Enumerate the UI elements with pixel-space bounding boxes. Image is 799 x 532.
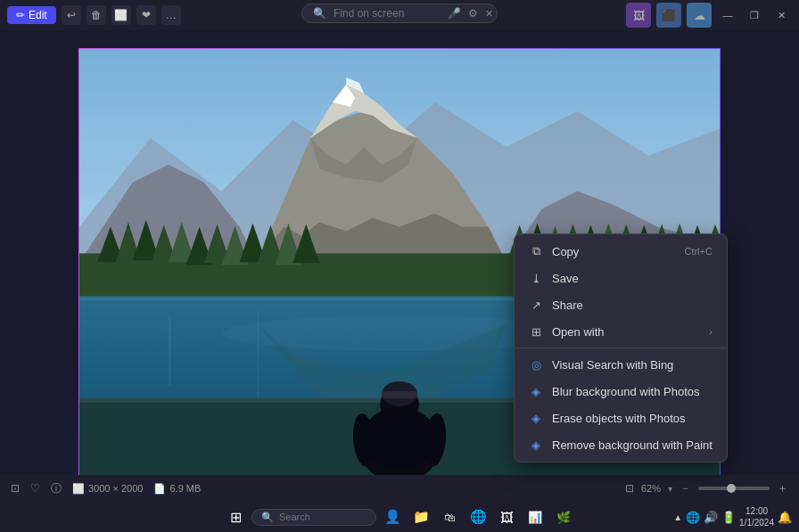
mic-icon: 🎤 bbox=[448, 7, 461, 20]
favorite-status[interactable]: ♡ bbox=[30, 482, 40, 495]
taskbar-search-icon: 🔍 bbox=[261, 512, 274, 523]
taskbar-store-icon[interactable]: 🛍 bbox=[437, 504, 462, 529]
open-with-icon: ⊞ bbox=[529, 324, 543, 339]
more-options-button[interactable]: … bbox=[161, 5, 181, 25]
start-button[interactable]: ⊞ bbox=[223, 504, 248, 529]
cloud-icon[interactable]: ☁ bbox=[687, 3, 712, 28]
zoom-percentage: 62% bbox=[641, 483, 661, 494]
title-bar-right: 🖼 ⬛ ☁ — ❐ ✕ bbox=[626, 3, 792, 28]
copy-icon: ⧉ bbox=[529, 244, 543, 258]
svg-rect-39 bbox=[257, 311, 259, 400]
clock-time: 12:00 bbox=[739, 505, 774, 517]
zoom-out-icon[interactable]: － bbox=[680, 480, 691, 496]
title-bar-left: ✏ Edit ↩ 🗑 ⬜ ❤ … bbox=[7, 5, 181, 25]
share-label: Share bbox=[552, 299, 713, 312]
notification-icon[interactable]: 🔔 bbox=[778, 511, 792, 524]
crop-button[interactable]: ⊡ bbox=[625, 482, 634, 495]
copy-button-title[interactable]: ⬜ bbox=[111, 5, 131, 25]
info-button[interactable]: ⓘ bbox=[51, 481, 62, 496]
slideshow-button[interactable]: ⊡ bbox=[11, 482, 20, 495]
taskbar-search-input[interactable] bbox=[279, 512, 359, 522]
pencil-icon: ✏ bbox=[16, 9, 25, 21]
zoom-dropdown-icon[interactable]: ▾ bbox=[668, 484, 672, 494]
blur-bg-label: Blur background with Photos bbox=[552, 385, 713, 398]
search-input[interactable] bbox=[334, 7, 441, 20]
filesize-text: 6.9 MB bbox=[169, 483, 201, 494]
taskbar-app2-icon[interactable]: 🌿 bbox=[551, 504, 576, 529]
context-menu-blur-bg[interactable]: ◈ Blur background with Photos bbox=[515, 378, 727, 405]
taskbar-center: ⊞ 🔍 👤 📁 🛍 🌐 🖼 📊 🌿 bbox=[223, 504, 576, 529]
taskbar-files-icon[interactable]: 📁 bbox=[408, 504, 433, 529]
system-tray: ▲ 🌐 🔊 🔋 bbox=[673, 511, 736, 524]
svg-rect-38 bbox=[169, 315, 171, 387]
search-icon: 🔍 bbox=[313, 7, 326, 20]
remove-bg-label: Remove background with Paint bbox=[552, 438, 713, 452]
zoom-in-icon[interactable]: ＋ bbox=[777, 480, 788, 496]
gallery-icon[interactable]: ⬛ bbox=[656, 3, 681, 28]
delete-button[interactable]: 🗑 bbox=[86, 5, 106, 25]
context-menu-open-with[interactable]: ⊞ Open with › bbox=[515, 318, 727, 345]
context-menu-copy[interactable]: ⧉ Copy Ctrl+C bbox=[515, 238, 727, 265]
context-menu-visual-search[interactable]: ◎ Visual Search with Bing bbox=[515, 351, 727, 378]
taskbar-people-icon[interactable]: 👤 bbox=[380, 504, 405, 529]
filesize-icon: 📄 bbox=[153, 483, 166, 495]
zoom-slider[interactable] bbox=[698, 487, 770, 490]
speaker-icon[interactable]: 🔊 bbox=[704, 511, 718, 524]
visual-search-label: Visual Search with Bing bbox=[552, 358, 713, 372]
taskbar: ⊞ 🔍 👤 📁 🛍 🌐 🖼 📊 🌿 ▲ 🌐 🔊 🔋 12:00 1/1/2024… bbox=[0, 502, 799, 532]
info-icon: ⓘ bbox=[51, 481, 62, 496]
submenu-arrow: › bbox=[709, 326, 713, 337]
network-icon[interactable]: 🌐 bbox=[686, 511, 700, 524]
context-menu-remove-bg[interactable]: ◈ Remove background with Paint bbox=[515, 431, 727, 458]
share-icon: ↗ bbox=[529, 298, 543, 312]
context-menu-share[interactable]: ↗ Share bbox=[515, 291, 727, 318]
context-menu-erase-objects[interactable]: ◈ Erase objects with Photos bbox=[515, 405, 727, 431]
svg-rect-48 bbox=[382, 390, 417, 397]
maximize-button[interactable]: ❐ bbox=[744, 4, 765, 26]
save-icon: ⤓ bbox=[529, 271, 543, 285]
taskbar-app1-icon[interactable]: 📊 bbox=[523, 504, 548, 529]
dimensions-icon: ⬜ bbox=[72, 483, 85, 495]
taskbar-photos-icon[interactable]: 🖼 bbox=[494, 504, 519, 529]
clock-date: 1/1/2024 bbox=[739, 517, 774, 528]
paint-icon: ◈ bbox=[529, 438, 543, 452]
filesize-display: 📄 6.9 MB bbox=[153, 483, 201, 495]
taskbar-edge-icon[interactable]: 🌐 bbox=[465, 504, 490, 529]
close-search-icon[interactable]: ✕ bbox=[485, 8, 493, 20]
main-content: ⧉ Copy Ctrl+C ⤓ Save ↗ Share ⊞ Open with… bbox=[0, 30, 799, 502]
status-right: ⊡ 62% ▾ － ＋ bbox=[625, 480, 788, 496]
tray-arrow-icon[interactable]: ▲ bbox=[673, 512, 682, 522]
bing-icon: ◎ bbox=[529, 357, 543, 372]
erase-icon: ◈ bbox=[529, 411, 543, 425]
blur-icon: ◈ bbox=[529, 384, 543, 398]
dimensions-text: 3000 × 2000 bbox=[88, 483, 143, 494]
edit-button[interactable]: ✏ Edit bbox=[7, 6, 56, 24]
taskbar-right: ▲ 🌐 🔊 🔋 12:00 1/1/2024 🔔 bbox=[673, 505, 792, 528]
save-label: Save bbox=[552, 272, 713, 285]
heart-icon: ♡ bbox=[30, 482, 40, 495]
close-button[interactable]: ✕ bbox=[770, 4, 792, 26]
dimensions-display: ⬜ 3000 × 2000 bbox=[72, 483, 143, 495]
copy-label: Copy bbox=[552, 245, 675, 258]
settings-icon[interactable]: ⚙ bbox=[468, 7, 478, 20]
slideshow-icon: ⊡ bbox=[11, 482, 20, 495]
copy-shortcut: Ctrl+C bbox=[684, 246, 712, 257]
status-left: ⊡ ♡ ⓘ ⬜ 3000 × 2000 📄 6.9 MB bbox=[11, 481, 201, 496]
title-bar: ✏ Edit ↩ 🗑 ⬜ ❤ … 🔍 🎤 ⚙ ✕ 🖼 ⬛ ☁ — ❐ ✕ bbox=[0, 0, 799, 30]
minimize-button[interactable]: — bbox=[717, 4, 738, 26]
undo-button[interactable]: ↩ bbox=[62, 5, 81, 25]
open-with-label: Open with bbox=[552, 325, 700, 339]
taskbar-search[interactable]: 🔍 bbox=[251, 509, 376, 526]
favorite-button[interactable]: ❤ bbox=[136, 5, 156, 25]
zoom-thumb bbox=[727, 484, 736, 493]
menu-divider bbox=[515, 348, 727, 348]
photos-icon[interactable]: 🖼 bbox=[626, 3, 651, 28]
status-bar: ⊡ ♡ ⓘ ⬜ 3000 × 2000 📄 6.9 MB ⊡ 62% ▾ － ＋ bbox=[0, 475, 799, 502]
context-menu-save[interactable]: ⤓ Save bbox=[515, 265, 727, 291]
erase-objects-label: Erase objects with Photos bbox=[552, 412, 713, 425]
battery-icon[interactable]: 🔋 bbox=[721, 511, 736, 524]
system-clock[interactable]: 12:00 1/1/2024 bbox=[739, 505, 774, 528]
context-menu: ⧉ Copy Ctrl+C ⤓ Save ↗ Share ⊞ Open with… bbox=[514, 233, 728, 462]
search-bar[interactable]: 🔍 🎤 ⚙ ✕ bbox=[301, 4, 498, 23]
